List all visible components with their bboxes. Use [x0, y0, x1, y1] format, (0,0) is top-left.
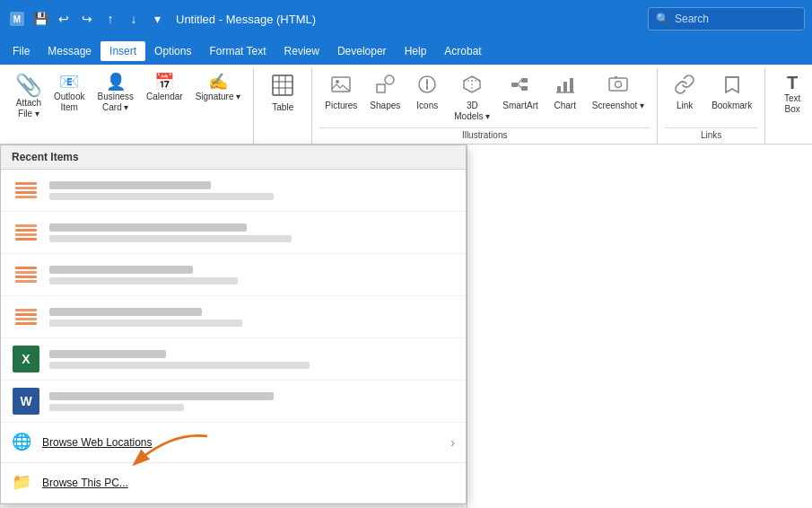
- download-icon[interactable]: ↓: [124, 9, 144, 29]
- outlook-item-label: OutlookItem: [54, 92, 84, 113]
- chart-button[interactable]: Chart: [546, 70, 585, 115]
- icons-button[interactable]: Icons: [407, 70, 447, 115]
- file-icon-striped-2: [13, 218, 39, 247]
- business-card-label: BusinessCard ▾: [97, 92, 134, 113]
- recent-item-path-2: [49, 235, 292, 242]
- business-card-button[interactable]: 👤 BusinessCard ▾: [92, 70, 139, 117]
- ribbon-group-text: T TextBox 🧩 QuPart: [765, 68, 812, 144]
- menu-file[interactable]: File: [4, 41, 39, 61]
- business-card-icon: 👤: [106, 74, 126, 90]
- attach-file-button[interactable]: 📎 AttachFile ▾: [11, 70, 47, 122]
- file-icon-striped-4: [13, 302, 39, 331]
- bookmark-label: Bookmark: [712, 101, 752, 111]
- recent-item[interactable]: [1, 212, 466, 254]
- search-input[interactable]: [675, 13, 791, 25]
- recent-item[interactable]: W: [1, 381, 466, 423]
- recent-item-path-6: [49, 404, 184, 411]
- ribbon-text-buttons: T TextBox 🧩 QuPart: [773, 70, 812, 142]
- recent-item[interactable]: [1, 254, 466, 296]
- svg-rect-9: [377, 84, 385, 92]
- signature-button[interactable]: ✍️ Signature ▾: [190, 70, 247, 106]
- svg-rect-25: [615, 76, 617, 78]
- menu-bar: File Message Insert Options Format Text …: [0, 38, 812, 65]
- browse-web-locations-link[interactable]: 🌐 Browse Web Locations ›: [1, 423, 466, 463]
- menu-review[interactable]: Review: [275, 41, 328, 61]
- app-icon: M: [7, 9, 27, 29]
- smartart-icon: [510, 74, 531, 99]
- screenshot-icon: [607, 74, 629, 99]
- svg-rect-15: [521, 78, 528, 83]
- svg-text:M: M: [13, 14, 21, 24]
- svg-point-10: [385, 75, 394, 84]
- text-box-button[interactable]: T TextBox: [773, 70, 812, 118]
- recent-item[interactable]: [1, 170, 466, 212]
- recent-item-title-1: [49, 181, 211, 189]
- save-icon[interactable]: 💾: [31, 9, 50, 29]
- browse-pc-icon: 📁: [12, 472, 33, 494]
- recent-item-text-4: [49, 308, 455, 327]
- redo-icon[interactable]: ↪: [77, 9, 97, 29]
- recent-item-path-4: [49, 320, 242, 327]
- recent-item-path-3: [49, 277, 238, 285]
- recent-item-title-5: [49, 350, 166, 358]
- 3d-models-label: 3DModels ▾: [454, 101, 490, 122]
- menu-format-text[interactable]: Format Text: [200, 41, 275, 61]
- ribbon-group-include-buttons: 📎 AttachFile ▾ 📧 OutlookItem 👤 BusinessC…: [11, 70, 246, 142]
- screenshot-button[interactable]: Screenshot ▾: [587, 70, 650, 115]
- attach-file-icon: 📎: [15, 73, 42, 98]
- calendar-button[interactable]: 📅 Calendar: [141, 70, 188, 106]
- table-button[interactable]: Table: [261, 70, 304, 117]
- svg-rect-19: [557, 86, 561, 92]
- link-icon: [674, 74, 695, 99]
- undo-icon[interactable]: ↩: [54, 9, 74, 29]
- 3d-models-icon: [461, 74, 483, 99]
- svg-rect-21: [570, 78, 573, 92]
- bookmark-button[interactable]: Bookmark: [706, 70, 757, 115]
- search-icon: 🔍: [656, 13, 669, 25]
- ribbon-group-links: Link Bookmark Links: [658, 68, 765, 144]
- recent-item[interactable]: X: [1, 338, 466, 381]
- 3d-models-button[interactable]: 3DModels ▾: [449, 70, 495, 126]
- menu-developer[interactable]: Developer: [328, 41, 396, 61]
- upload-icon[interactable]: ↑: [100, 9, 120, 29]
- pictures-button[interactable]: Pictures: [319, 70, 362, 115]
- recent-item-icon-1: [12, 176, 40, 205]
- link-button[interactable]: Link: [665, 70, 704, 115]
- file-icon-striped-3: [13, 260, 39, 289]
- menu-insert[interactable]: Insert: [100, 41, 145, 61]
- ribbon-illustrations-buttons: Pictures Shapes: [319, 70, 650, 126]
- recent-item-icon-5: X: [12, 345, 40, 373]
- menu-acrobat[interactable]: Acrobat: [435, 41, 490, 61]
- email-compose-area: [467, 145, 812, 508]
- svg-line-18: [518, 84, 521, 88]
- ribbon-group-tables: Table: [254, 68, 312, 144]
- links-group-label: Links: [665, 127, 757, 142]
- shapes-button[interactable]: Shapes: [364, 70, 406, 115]
- shapes-icon: [374, 74, 396, 99]
- outlook-item-icon: 📧: [59, 74, 79, 90]
- ribbon-group-include: 📎 AttachFile ▾ 📧 OutlookItem 👤 BusinessC…: [4, 68, 254, 144]
- smartart-label: SmartArt: [502, 101, 537, 111]
- recent-item-title-6: [49, 392, 274, 400]
- pictures-icon: [330, 74, 352, 99]
- recent-item-icon-4: [12, 302, 40, 331]
- attach-file-label: AttachFile ▾: [16, 98, 41, 119]
- menu-message[interactable]: Message: [39, 41, 100, 61]
- signature-icon: ✍️: [208, 74, 228, 90]
- outlook-item-button[interactable]: 📧 OutlookItem: [48, 70, 90, 117]
- recent-item[interactable]: [1, 296, 466, 338]
- title-bar: M 💾 ↩ ↪ ↑ ↓ ▾ Untitled - Message (HTML) …: [0, 0, 812, 38]
- svg-rect-2: [273, 75, 292, 95]
- ribbon-group-illustrations: Pictures Shapes: [312, 68, 658, 144]
- quick-access-dropdown[interactable]: ▾: [147, 9, 167, 29]
- browse-this-pc-link[interactable]: 📁 Browse This PC...: [1, 463, 466, 504]
- search-box[interactable]: 🔍: [648, 7, 805, 31]
- menu-help[interactable]: Help: [396, 41, 436, 61]
- svg-rect-20: [563, 82, 567, 92]
- menu-options[interactable]: Options: [145, 41, 200, 61]
- svg-point-24: [615, 82, 621, 88]
- link-label: Link: [677, 101, 693, 111]
- illustrations-group-label: Illustrations: [319, 127, 650, 142]
- calendar-label: Calendar: [146, 92, 183, 102]
- smartart-button[interactable]: SmartArt: [497, 70, 543, 115]
